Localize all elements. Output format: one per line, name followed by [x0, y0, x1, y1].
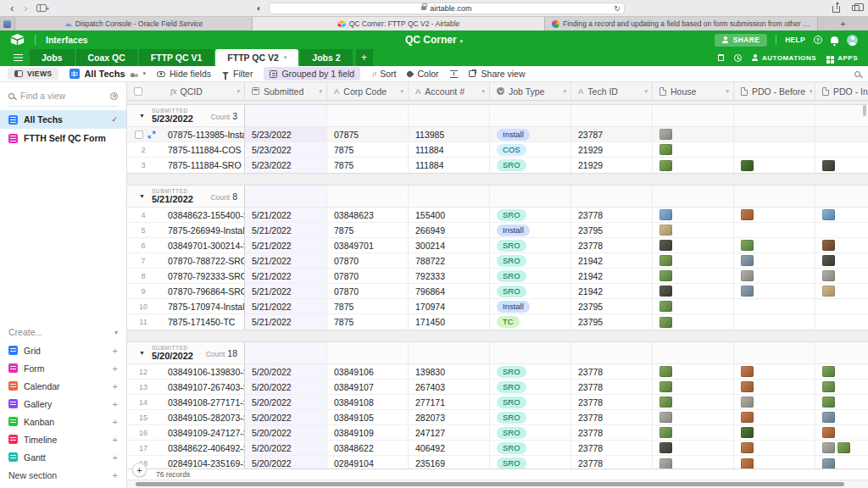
job-type-cell[interactable]: COS	[490, 142, 571, 157]
submitted-cell[interactable]: 5/20/2022	[245, 441, 327, 455]
table-row[interactable]: 07875-113985-Install5/23/202207875113985…	[127, 127, 868, 142]
job-type-cell[interactable]: SRO	[490, 395, 571, 409]
house-cell[interactable]	[653, 410, 734, 424]
house-cell[interactable]	[653, 208, 734, 222]
tech-id-cell[interactable]: 23778	[571, 425, 653, 440]
attachment-thumbnail[interactable]	[659, 458, 672, 469]
pdo-before-cell[interactable]	[734, 314, 815, 330]
browser-forward-button[interactable]: ›	[22, 2, 29, 15]
table-row[interactable]: 107875-170974-Install5/21/20227875170974…	[127, 299, 868, 314]
attachment-thumbnail[interactable]	[741, 396, 754, 408]
pdo-before-cell[interactable]	[734, 238, 815, 252]
pinned-tab[interactable]	[0, 17, 15, 30]
account-cell[interactable]: 300214	[409, 238, 490, 252]
job-type-cell[interactable]: SRO	[490, 284, 571, 298]
table-row[interactable]: 403848623-155400-SRO5/21/202203848623155…	[127, 208, 868, 223]
tab-coax-qc[interactable]: Coax QC	[76, 49, 137, 66]
attachment-thumbnail[interactable]	[822, 209, 835, 220]
pdo-before-cell[interactable]	[734, 364, 815, 379]
job-type-cell[interactable]: SRO	[490, 441, 571, 455]
submitted-cell[interactable]: 5/20/2022	[245, 425, 327, 440]
gear-icon[interactable]	[110, 92, 118, 100]
house-cell[interactable]	[653, 223, 734, 237]
attachment-thumbnail[interactable]	[822, 160, 835, 171]
color-button[interactable]: Color	[407, 69, 438, 79]
new-tab-button[interactable]: +	[818, 17, 868, 30]
qcid-cell[interactable]: 02849104-235169-SRO	[168, 458, 244, 469]
pdo-inside-cell[interactable]	[815, 284, 868, 298]
help-button[interactable]: HELP	[785, 36, 805, 44]
attachment-thumbnail[interactable]	[741, 270, 754, 281]
column-header-corp-code[interactable]: Corp Code▾	[327, 82, 409, 100]
pdo-inside-cell[interactable]	[815, 127, 868, 141]
attachment-thumbnail[interactable]	[659, 286, 672, 297]
qcid-cell[interactable]: 03848623-155400-SRO	[168, 210, 244, 220]
table-row[interactable]: 1203849106-139830-SRO5/20/20220384910613…	[127, 364, 868, 380]
attachment-thumbnail[interactable]	[741, 381, 754, 392]
attachment-thumbnail[interactable]	[822, 286, 835, 297]
browser-tabs-icon[interactable]	[852, 5, 860, 11]
filter-button[interactable]: Filter	[222, 69, 253, 79]
pdo-before-cell[interactable]	[734, 127, 815, 141]
plus-icon[interactable]: +	[113, 435, 118, 445]
pdo-before-cell[interactable]	[734, 441, 815, 455]
attachment-thumbnail[interactable]	[741, 160, 754, 171]
attachment-thumbnail[interactable]	[659, 317, 672, 328]
scrollbar-thumb[interactable]	[136, 482, 844, 486]
privacy-report-icon[interactable]: ◐	[257, 4, 262, 13]
pdo-inside-cell[interactable]	[815, 410, 868, 424]
account-cell[interactable]: 171450	[409, 314, 490, 330]
table-row[interactable]: 27875-111884-COS5/23/20227875111884COS21…	[127, 142, 868, 158]
hide-fields-button[interactable]: Hide fields	[157, 69, 211, 79]
corp-code-cell[interactable]: 7875	[327, 142, 409, 157]
house-cell[interactable]	[653, 142, 734, 157]
avatar[interactable]	[847, 35, 858, 46]
submitted-cell[interactable]: 5/21/2022	[245, 284, 327, 298]
qcid-cell[interactable]: 03848622-406492-SRO	[168, 443, 244, 453]
column-header-submitted[interactable]: Submitted▾	[245, 82, 327, 100]
house-cell[interactable]	[653, 380, 734, 394]
pdo-before-cell[interactable]	[734, 284, 815, 298]
create-view-gallery[interactable]: Gallery+	[0, 395, 126, 413]
attachment-thumbnail[interactable]	[822, 240, 835, 251]
table-row[interactable]: 807870-792333-SRO5/21/202207870792333SRO…	[127, 269, 868, 284]
column-header-house[interactable]: House▾	[653, 82, 734, 100]
tech-id-cell[interactable]: 21942	[571, 284, 653, 298]
attachment-thumbnail[interactable]	[822, 381, 835, 392]
pdo-inside-cell[interactable]	[815, 238, 868, 252]
house-cell[interactable]	[653, 238, 734, 252]
house-cell[interactable]	[653, 314, 734, 330]
submitted-cell[interactable]: 5/21/2022	[245, 208, 327, 222]
house-cell[interactable]	[653, 456, 734, 469]
account-cell[interactable]: 155400	[409, 208, 490, 222]
tech-id-cell[interactable]: 23787	[571, 127, 653, 141]
tab-fttp-qc-v1[interactable]: FTTP QC V1	[139, 49, 214, 66]
browser-share-icon[interactable]	[832, 6, 840, 13]
submitted-cell[interactable]: 5/21/2022	[245, 253, 327, 268]
pdo-inside-cell[interactable]	[815, 299, 868, 313]
attachment-thumbnail[interactable]	[741, 240, 754, 251]
attachment-thumbnail[interactable]	[741, 442, 754, 453]
browser-tab-finding-a-record-and[interactable]: Finding a record and updating a field ba…	[545, 17, 818, 30]
pdo-inside-cell[interactable]	[815, 208, 868, 222]
attachment-thumbnail[interactable]	[822, 427, 835, 438]
attachment-thumbnail[interactable]	[659, 381, 672, 392]
account-cell[interactable]: 139830	[409, 364, 490, 379]
column-header-pdo-inside[interactable]: PDO - Inside▾	[815, 82, 868, 100]
table-row[interactable]: 1303849107-267403-SRO5/20/20220384910726…	[127, 380, 868, 395]
add-record-button[interactable]: +	[132, 463, 147, 477]
corp-code-cell[interactable]: 07870	[327, 269, 409, 283]
job-type-cell[interactable]: Install	[490, 127, 571, 141]
pdo-before-cell[interactable]	[734, 410, 815, 424]
qcid-cell[interactable]: 07870-792333-SRO	[168, 271, 244, 281]
add-interface-tab-button[interactable]: +	[356, 49, 373, 66]
qcid-cell[interactable]: 7875-170974-Install	[168, 302, 244, 312]
attachment-thumbnail[interactable]	[822, 412, 835, 423]
sidebar-view-all-techs[interactable]: All Techs✓	[0, 110, 126, 129]
house-cell[interactable]	[653, 253, 734, 268]
qcid-cell[interactable]: 7875-111884-COS	[168, 145, 244, 155]
table-row[interactable]: 37875-111884-SRO5/23/20227875111884SRO21…	[127, 158, 868, 173]
job-type-cell[interactable]: SRO	[490, 456, 571, 469]
job-type-cell[interactable]: SRO	[490, 238, 571, 252]
corp-code-cell[interactable]: 07870	[327, 253, 409, 268]
